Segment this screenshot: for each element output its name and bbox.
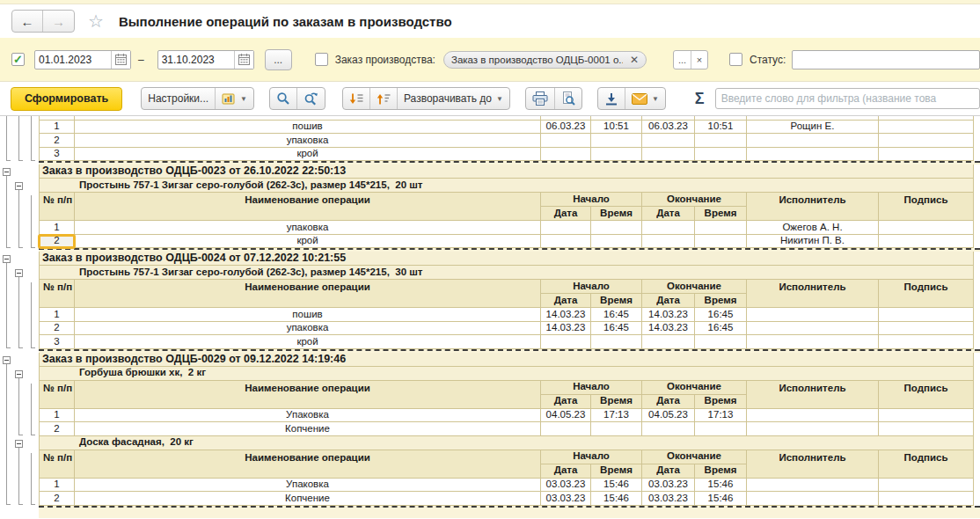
operation-cell[interactable]: упаковка xyxy=(75,134,541,148)
end-time-cell[interactable]: 10:51 xyxy=(695,121,747,135)
collapse-group-icon[interactable] xyxy=(3,255,11,263)
end-time-cell[interactable] xyxy=(695,148,747,162)
production-order-tag[interactable]: Заказ в производство ОДЦБ-0001 о... ✕ xyxy=(443,51,647,69)
operation-cell[interactable]: пошив xyxy=(75,308,541,322)
operation-cell[interactable]: Копчение xyxy=(75,492,541,506)
forward-button[interactable]: → xyxy=(43,11,74,32)
end-time-cell[interactable]: 16:45 xyxy=(695,322,747,336)
settings-button[interactable]: Настройки... xyxy=(142,88,215,109)
header-end-date[interactable]: Дата xyxy=(642,294,695,308)
end-date-cell[interactable]: 03.03.23 xyxy=(642,479,695,493)
collapse-group-icon[interactable] xyxy=(3,168,11,176)
header-end-time[interactable]: Время xyxy=(695,207,747,221)
product-title-cell[interactable]: Простынь 757-1 Зигзаг серо-голубой (262-… xyxy=(39,266,974,280)
executor-cell[interactable] xyxy=(747,134,879,148)
group-header-row[interactable]: Заказ в производство ОДЦБ-0024 от 07.12.… xyxy=(39,252,974,266)
row-number-cell[interactable]: 3 xyxy=(39,335,75,349)
start-time-cell[interactable] xyxy=(591,134,642,148)
collapse-group-icon[interactable] xyxy=(15,370,23,378)
header-signature[interactable]: Подпись xyxy=(879,193,974,221)
row-number-cell[interactable]: 1 xyxy=(39,221,75,235)
end-time-cell[interactable]: 16:45 xyxy=(695,308,747,322)
start-date-cell[interactable]: 14.03.23 xyxy=(541,322,591,336)
send-email-button[interactable]: ▼ xyxy=(625,88,665,109)
row-number-cell[interactable]: 2 xyxy=(39,322,75,336)
header-signature[interactable]: Подпись xyxy=(879,381,974,409)
product-title-cell[interactable]: Горбуша брюшки хк, 2 кг xyxy=(39,367,974,381)
end-date-cell[interactable]: 06.03.23 xyxy=(642,121,695,135)
row-number-cell[interactable]: 2 xyxy=(39,492,75,506)
start-time-cell[interactable]: 16:45 xyxy=(591,322,642,336)
header-end-date[interactable]: Дата xyxy=(642,207,695,221)
group-title-cell[interactable]: Заказ в производство ОДЦБ-0023 от 26.10.… xyxy=(39,164,974,179)
executor-cell[interactable] xyxy=(747,322,879,336)
header-end[interactable]: Окончание xyxy=(642,381,747,395)
header-start[interactable]: Начало xyxy=(541,193,642,207)
quick-filter-input[interactable] xyxy=(715,88,980,109)
generate-button[interactable]: Сформировать xyxy=(11,87,122,111)
signature-cell[interactable] xyxy=(879,322,974,336)
start-time-cell[interactable]: 10:51 xyxy=(591,121,642,135)
status-input[interactable] xyxy=(792,50,980,69)
start-time-cell[interactable] xyxy=(591,422,642,436)
collapse-group-icon[interactable] xyxy=(15,440,23,448)
end-date-cell[interactable] xyxy=(642,422,695,436)
header-end-time[interactable]: Время xyxy=(695,464,747,479)
header-num[interactable]: № п/п xyxy=(39,381,75,409)
collapse-group-icon[interactable] xyxy=(3,356,11,364)
date-to-input[interactable] xyxy=(158,51,234,69)
row-number-cell[interactable]: 1 xyxy=(39,308,75,322)
operation-cell[interactable]: Упаковка xyxy=(75,479,541,493)
header-operation[interactable]: Наименование операции xyxy=(75,193,541,221)
end-date-cell[interactable]: 14.03.23 xyxy=(642,322,695,336)
operation-cell[interactable]: упаковка xyxy=(75,221,541,235)
operation-cell[interactable]: Упаковка xyxy=(75,409,541,423)
header-start-time[interactable]: Время xyxy=(591,294,642,308)
header-signature[interactable]: Подпись xyxy=(879,280,974,308)
print-preview-button[interactable] xyxy=(554,88,581,109)
header-num[interactable]: № п/п xyxy=(39,280,75,308)
end-date-cell[interactable] xyxy=(642,134,695,148)
header-num[interactable]: № п/п xyxy=(39,450,75,479)
header-operation[interactable]: Наименование операции xyxy=(75,450,541,479)
signature-cell[interactable] xyxy=(879,479,974,493)
header-end-time[interactable]: Время xyxy=(695,395,747,409)
start-date-cell[interactable]: 04.05.23 xyxy=(541,409,591,423)
operation-cell[interactable]: упаковка xyxy=(75,322,541,336)
group-title-cell[interactable]: Заказ в производство ОДЦБ-0029 от 09.12.… xyxy=(39,353,974,367)
production-order-checkbox[interactable] xyxy=(315,53,328,66)
end-time-cell[interactable] xyxy=(695,335,747,349)
start-time-cell[interactable] xyxy=(591,335,642,349)
signature-cell[interactable] xyxy=(879,422,974,436)
start-time-cell[interactable] xyxy=(591,221,642,235)
header-start-date[interactable]: Дата xyxy=(541,464,591,479)
row-number-cell[interactable]: 2 xyxy=(39,422,75,436)
product-header-row[interactable]: Простынь 757-1 Зигзаг серо-голубой (262-… xyxy=(39,266,974,280)
collapse-group-icon[interactable] xyxy=(15,182,23,190)
favorite-star-icon[interactable]: ☆ xyxy=(88,12,104,30)
back-button[interactable]: ← xyxy=(12,11,43,32)
header-start-date[interactable]: Дата xyxy=(541,294,591,308)
executor-cell[interactable] xyxy=(747,492,879,506)
header-start-time[interactable]: Время xyxy=(591,207,642,221)
end-time-cell[interactable] xyxy=(695,221,747,235)
group-title-cell[interactable]: Заказ в производство ОДЦБ-0024 от 07.12.… xyxy=(39,252,974,266)
header-start[interactable]: Начало xyxy=(541,450,642,464)
header-start[interactable]: Начало xyxy=(541,280,642,294)
autosum-sigma-icon[interactable]: Σ xyxy=(695,90,705,108)
signature-cell[interactable] xyxy=(879,409,974,423)
group-header-row[interactable]: Заказ в производство ОДЦБ-0029 от 09.12.… xyxy=(39,353,974,367)
search-next-button[interactable] xyxy=(296,88,325,109)
executor-cell[interactable] xyxy=(747,308,879,322)
signature-cell[interactable] xyxy=(879,235,974,249)
expand-groups-button[interactable] xyxy=(369,88,397,109)
print-button[interactable] xyxy=(526,88,554,109)
header-start-time[interactable]: Время xyxy=(591,464,642,479)
executor-cell[interactable] xyxy=(747,422,879,436)
search-button[interactable] xyxy=(270,88,296,109)
collapse-group-icon[interactable] xyxy=(15,269,23,277)
expand-to-button[interactable]: Разворачивать до ▼ xyxy=(397,88,509,109)
start-date-cell[interactable]: 06.03.23 xyxy=(541,121,591,135)
operation-cell[interactable]: крой xyxy=(75,148,541,162)
end-time-cell[interactable] xyxy=(695,235,747,249)
